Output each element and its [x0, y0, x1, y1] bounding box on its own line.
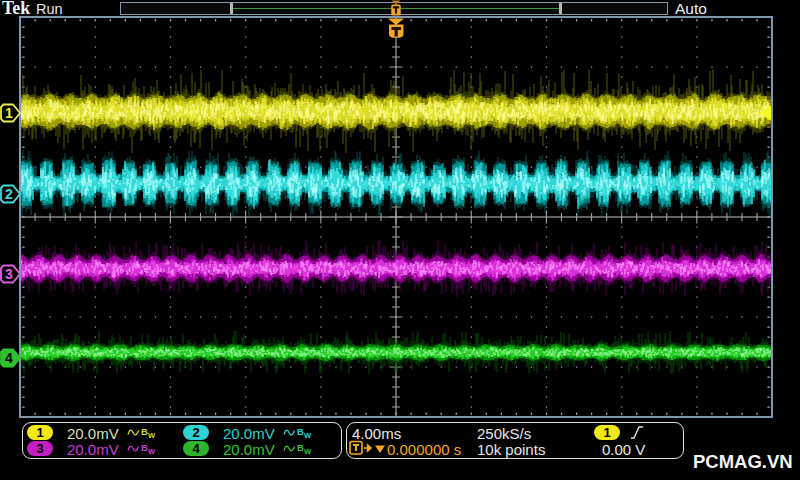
svg-text:2: 2 — [5, 186, 13, 202]
svg-text:3: 3 — [5, 266, 13, 282]
svg-text:1: 1 — [5, 105, 13, 121]
svg-text:4: 4 — [5, 350, 13, 366]
